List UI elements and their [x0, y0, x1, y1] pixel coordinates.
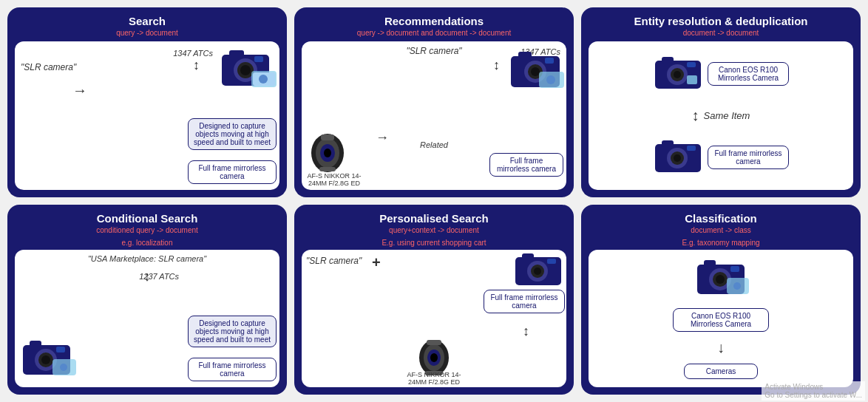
search-updown-arrow: ↕	[193, 58, 200, 73]
svg-rect-57	[704, 260, 716, 267]
class-down-arrow: ↓	[717, 339, 725, 356]
entity-title: Entity resolution & deduplication	[634, 15, 807, 27]
cond-subtitle2: e.g. localization	[122, 239, 173, 247]
svg-point-27	[674, 71, 681, 78]
svg-rect-10	[518, 52, 532, 59]
entity-card: Entity resolution & deduplication docume…	[581, 7, 861, 197]
svg-rect-24	[662, 57, 674, 64]
svg-point-34	[674, 154, 681, 162]
cond-query: "USA Marketplace: SLR camera"	[88, 254, 206, 263]
svg-rect-22	[319, 167, 336, 171]
svg-point-20	[324, 149, 331, 157]
rec-updown-arrow: ↕	[493, 58, 500, 73]
entity-updown-arrow: ↕	[692, 107, 699, 124]
svg-point-60	[716, 275, 725, 284]
rec-result-box: Full frame mirrorless camera	[489, 153, 563, 177]
rec-query: "SLR camera"	[406, 46, 461, 56]
search-result-box: Full frame mirrorless camera	[188, 160, 277, 184]
class-inner: Canon EOS R100 Mirrorless Camera ↓ Camer…	[589, 250, 853, 387]
svg-rect-54	[427, 340, 441, 345]
rec-lens-label: AF-S NIKKOR 14-24MM F/2.8G ED	[305, 172, 364, 187]
svg-point-16	[546, 75, 555, 84]
search-card: Search query -> document	[7, 7, 287, 197]
svg-rect-5	[254, 56, 263, 62]
svg-rect-37	[30, 341, 41, 347]
class-title: Classification	[685, 212, 757, 225]
pers-title: Personalised Search	[379, 212, 489, 225]
rec-right-arrow: →	[376, 130, 389, 146]
svg-rect-35	[687, 146, 696, 151]
class-subtitle2: E.g. taxonomy mapping	[682, 239, 759, 247]
pers-inner: "SLR camera" + Full frame mirrorless	[302, 250, 566, 387]
svg-rect-28	[687, 62, 696, 67]
pers-query: "SLR camera"	[306, 256, 362, 266]
svg-rect-61	[730, 266, 739, 272]
conditional-card: Conditional Search conditioned query -> …	[7, 205, 287, 395]
pers-lens-label: AF-S NIKKOR 14-24MM F/2.8G ED	[401, 371, 467, 386]
search-camera-overlay	[250, 68, 278, 90]
search-inner: "SLR camera" → 1347 ATCs ↕ Designed to c…	[15, 41, 279, 190]
classification-card: Classification document -> class E.g. ta…	[581, 205, 861, 395]
watermark: Activate WindowsGo to Settings to activa…	[762, 381, 865, 401]
svg-rect-45	[522, 253, 534, 260]
svg-rect-49	[547, 259, 556, 264]
svg-point-8	[259, 75, 268, 84]
svg-rect-41	[56, 347, 65, 352]
entity-same-item: Same Item	[704, 110, 750, 121]
svg-point-48	[534, 268, 541, 275]
cond-result-box: Full frame mirrorless camera	[188, 358, 277, 381]
search-atc: 1347 ATCs	[173, 49, 213, 58]
cond-title: Conditional Search	[97, 212, 198, 225]
rec-related: Related	[420, 140, 448, 149]
entity-item2-box: Full frame mirrorless camera	[708, 146, 789, 169]
pers-camera-top	[513, 251, 563, 290]
cond-camera-overlay	[52, 358, 77, 378]
entity-subtitle: document -> document	[683, 29, 759, 37]
search-query: "SLR camera"	[21, 62, 76, 72]
class-subtitle: document -> class	[691, 226, 750, 234]
svg-point-63	[733, 282, 741, 290]
rec-lens	[308, 133, 348, 174]
pers-down-arrow: ↕	[523, 324, 529, 339]
svg-point-53	[430, 353, 438, 362]
svg-point-43	[60, 364, 67, 371]
pers-plus: +	[372, 254, 381, 271]
svg-point-4	[240, 65, 251, 75]
pers-subtitle: query+context -> document	[389, 226, 479, 234]
entity-inner: Canon EOS R100 Mirrorless Camera ↕ Same …	[589, 41, 853, 190]
search-title: Search	[129, 15, 166, 27]
rec-inner: "SLR camera" ↕ 1347 ATCs	[302, 41, 566, 190]
class-camera-overlay	[726, 277, 750, 296]
svg-rect-1	[229, 50, 244, 58]
svg-point-40	[41, 355, 50, 364]
class-category-box: Cameras	[684, 364, 758, 379]
rec-camera-overlay	[538, 69, 565, 90]
search-arrow: →	[72, 82, 87, 99]
entity-camera-top	[653, 55, 703, 93]
svg-rect-31	[662, 140, 674, 147]
cond-subtitle: conditioned query -> document	[96, 226, 198, 234]
svg-rect-21	[321, 134, 334, 140]
svg-rect-14	[545, 58, 554, 64]
rec-subtitle: query -> document and document -> docume…	[357, 29, 511, 37]
cond-inner: "USA Marketplace: SLR camera" ↕ 1237 ATC…	[15, 250, 279, 387]
recommendations-card: Recommendations query -> document and do…	[294, 7, 574, 197]
cond-desc-box: Designed to capture objects moving at hi…	[188, 316, 277, 347]
cond-atc: 1237 ATCs	[139, 272, 179, 281]
entity-item1-box: Canon EOS R100 Mirrorless Camera	[708, 62, 789, 86]
entity-camera-bottom	[653, 138, 703, 177]
search-subtitle: query -> document	[116, 29, 178, 37]
search-desc-box: Designed to capture objects moving at hi…	[188, 118, 277, 150]
pers-subtitle2: E.g. using current shopping cart	[382, 239, 486, 247]
svg-rect-29	[687, 75, 697, 84]
personalised-card: Personalised Search query+context -> doc…	[294, 205, 574, 395]
pers-cart-box: Full frame mirrorless camera	[484, 290, 565, 313]
main-grid: Search query -> document	[0, 0, 868, 402]
rec-title: Recommendations	[384, 15, 484, 27]
class-item1-box: Canon EOS R100 Mirrorless Camera	[673, 308, 769, 332]
